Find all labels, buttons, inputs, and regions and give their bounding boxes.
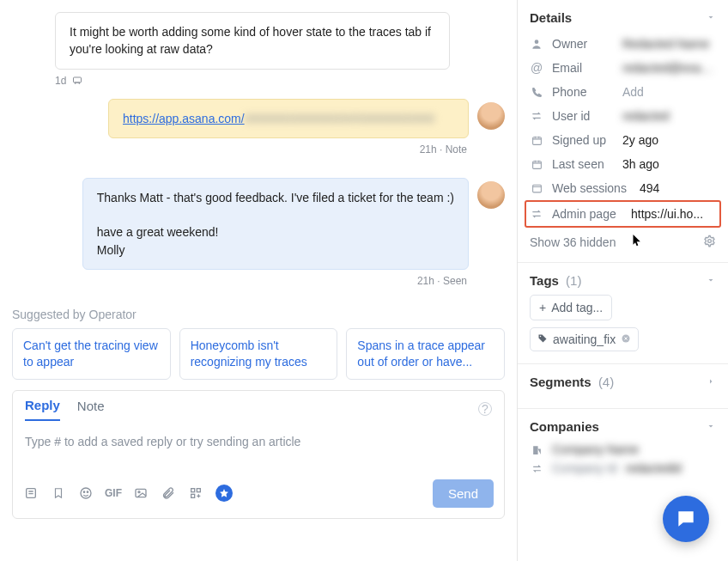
- tags-count: (1): [566, 273, 581, 288]
- avatar: [477, 181, 505, 209]
- composer-toolbar: GIF Send: [13, 473, 504, 518]
- saved-reply-icon[interactable]: [23, 485, 39, 501]
- svg-rect-13: [532, 185, 541, 192]
- segments-count: (4): [598, 375, 614, 389]
- reply-bubble: Thanks Matt - that's good feedback. I've…: [82, 178, 469, 270]
- remove-tag-icon[interactable]: [621, 332, 631, 346]
- chevron-down-icon[interactable]: [706, 273, 716, 288]
- show-hidden[interactable]: Show 36 hidden: [530, 235, 716, 250]
- chevron-right-icon[interactable]: [706, 375, 716, 389]
- svg-point-2: [81, 488, 91, 498]
- details-header: Details: [530, 10, 572, 25]
- detail-adminpage[interactable]: Admin page https://ui.ho...: [530, 204, 716, 224]
- note-bubble: https://app.asana.com/0000000000000000/0…: [108, 99, 469, 138]
- building-icon: [530, 444, 543, 455]
- svg-rect-0: [74, 77, 82, 82]
- send-button[interactable]: Send: [433, 479, 494, 508]
- calendar-icon: [530, 159, 543, 170]
- svg-point-3: [83, 491, 84, 492]
- svg-point-14: [708, 240, 712, 243]
- svg-rect-8: [197, 489, 200, 492]
- swap-icon: [530, 208, 543, 220]
- reply-text-2: have a great weekend!: [97, 223, 454, 241]
- tags-header: Tags (1): [530, 273, 581, 288]
- message-meta: 1d: [12, 75, 505, 87]
- person-icon: [530, 38, 543, 50]
- gear-icon[interactable]: [703, 235, 716, 250]
- detail-lastseen: Last seen 3h ago: [530, 152, 716, 176]
- timestamp: 1d: [55, 75, 66, 87]
- svg-rect-7: [191, 489, 195, 492]
- compose-input[interactable]: Type # to add a saved reply or try sendi…: [13, 421, 504, 473]
- svg-rect-12: [532, 161, 541, 168]
- detail-owner: Owner Redacted Name: [530, 32, 716, 56]
- reply-meta: 21h · Seen: [12, 275, 505, 287]
- reply-icon: [71, 76, 83, 86]
- calendar-icon: [530, 135, 543, 146]
- emoji-icon[interactable]: [78, 485, 94, 501]
- note-meta: 21h · Note: [12, 143, 505, 155]
- detail-email: @ Email redacted@example.com: [530, 56, 716, 80]
- svg-point-4: [87, 491, 88, 492]
- operator-star-icon[interactable]: [215, 485, 233, 502]
- admin-page-highlight: Admin page https://ui.ho...: [525, 200, 721, 228]
- svg-point-10: [535, 40, 539, 44]
- svg-rect-9: [191, 495, 195, 498]
- companies-header: Companies: [530, 419, 599, 434]
- detail-phone[interactable]: Phone Add: [530, 80, 716, 104]
- plus-icon: +: [539, 301, 546, 314]
- company-row: Company Id redactedid: [530, 461, 716, 480]
- at-icon: @: [530, 61, 543, 75]
- svg-point-6: [138, 491, 140, 493]
- tag-icon: [537, 332, 548, 346]
- avatar: [477, 102, 505, 130]
- attachment-icon[interactable]: [161, 485, 176, 501]
- message-incoming: It might be worth adding some kind of ho…: [55, 12, 505, 70]
- message-reply: Thanks Matt - that's good feedback. I've…: [12, 178, 505, 270]
- detail-signedup: Signed up 2y ago: [530, 128, 716, 152]
- add-tag-button[interactable]: + Add tag...: [530, 295, 612, 320]
- phone-icon: [530, 87, 543, 98]
- tag-pill[interactable]: awaiting_fix: [530, 327, 639, 351]
- browser-icon: [530, 183, 543, 194]
- message-note: https://app.asana.com/0000000000000000/0…: [12, 99, 505, 138]
- app-icon[interactable]: [188, 485, 203, 501]
- detail-websessions: Web sessions 494: [530, 176, 716, 200]
- tab-note[interactable]: Note: [77, 399, 105, 420]
- swap-icon: [530, 463, 543, 474]
- gif-icon[interactable]: GIF: [106, 485, 121, 501]
- suggested-chip[interactable]: Spans in a trace appear out of order or …: [346, 328, 505, 380]
- svg-rect-11: [532, 137, 541, 144]
- asana-link[interactable]: https://app.asana.com/: [123, 112, 245, 125]
- details-panel: Details Owner Redacted Name @ Email reda…: [518, 0, 728, 561]
- detail-userid: User id redacted: [530, 104, 716, 128]
- image-icon[interactable]: [133, 485, 149, 501]
- redacted-link-tail: 0000000000000000/000000000000: [245, 110, 435, 127]
- help-icon[interactable]: ?: [478, 402, 492, 416]
- suggested-row: Can't get the tracing view to appear Hon…: [12, 328, 505, 380]
- cursor-arrow: [633, 235, 642, 250]
- reply-text-3: Molly: [97, 241, 454, 259]
- conversation-panel: It might be worth adding some kind of ho…: [0, 0, 518, 561]
- bookmark-icon[interactable]: [51, 485, 66, 501]
- composer: Reply Note ? Type # to add a saved reply…: [12, 390, 505, 519]
- chevron-down-icon[interactable]: [706, 419, 716, 434]
- suggested-chip[interactable]: Honeycomb isn't recognizing my traces: [179, 328, 338, 380]
- messenger-fab[interactable]: [663, 496, 709, 542]
- suggested-chip[interactable]: Can't get the tracing view to appear: [12, 328, 171, 380]
- tab-reply[interactable]: Reply: [25, 398, 60, 421]
- suggested-label: Suggested by Operator: [12, 308, 505, 321]
- tag-label: awaiting_fix: [553, 332, 616, 346]
- swap-icon: [530, 110, 543, 122]
- chevron-down-icon[interactable]: [706, 10, 716, 25]
- svg-rect-5: [136, 490, 146, 497]
- segments-header: Segments (4): [530, 375, 614, 389]
- company-row: Company Name: [530, 437, 716, 461]
- message-bubble: It might be worth adding some kind of ho…: [55, 12, 450, 70]
- reply-text-1: Thanks Matt - that's good feedback. I've…: [97, 189, 454, 206]
- svg-point-15: [540, 336, 542, 338]
